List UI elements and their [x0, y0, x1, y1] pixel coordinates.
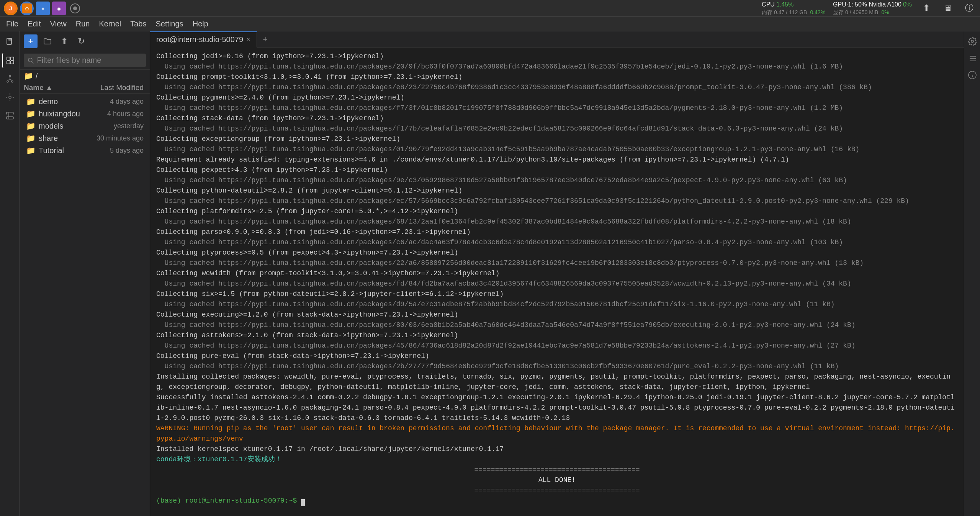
menu-kernel[interactable]: Kernel [99, 20, 121, 28]
right-info-icon[interactable] [965, 68, 979, 82]
upload-icon[interactable]: ⬆ [919, 1, 933, 15]
screen-icon[interactable]: 🖥 [941, 1, 955, 15]
sidebar: + ⬆ ↻ 📁 / Name ▲ [20, 31, 150, 516]
gpu-value: 0% [903, 1, 912, 9]
menu-run[interactable]: Run [76, 20, 90, 28]
activity-files-icon[interactable] [2, 34, 18, 50]
list-item[interactable]: 📁 share 30 minutes ago [20, 132, 150, 144]
svg-point-26 [969, 71, 976, 79]
search-container [20, 51, 150, 70]
svg-rect-13 [11, 57, 14, 60]
app-icon-blue[interactable]: ≡ [36, 2, 50, 15]
file-tree: 📁 demo 4 days ago 📁 huixiangdou 4 hours … [20, 94, 150, 516]
terminal-line: Using cached https://pypi.tuna.tsinghua.… [156, 320, 958, 330]
terminal-cursor [301, 499, 305, 506]
svg-rect-12 [7, 57, 10, 60]
terminal-line: Collecting pexpect>4.3 (from ipython>=7.… [156, 165, 958, 175]
terminal-line: Collecting platformdirs>=2.5 (from jupyt… [156, 206, 958, 217]
mem-value: 0.42% [810, 9, 825, 16]
terminal-line: Collecting wcwidth (from prompt-toolkit<… [156, 268, 958, 279]
terminal-line: Collecting pure-eval (from stack-data->i… [156, 351, 958, 361]
refresh-button[interactable]: ↻ [74, 34, 88, 48]
svg-rect-14 [7, 61, 10, 64]
terminal-content[interactable]: Collecting jedi>=0.16 (from ipython>=7.2… [150, 47, 964, 516]
terminal-line: Using cached https://pypi.tuna.tsinghua.… [156, 258, 958, 268]
right-panel [964, 31, 980, 516]
terminal-line: Using cached https://pypi.tuna.tsinghua.… [156, 237, 958, 248]
list-item[interactable]: 📁 models yesterday [20, 120, 150, 132]
app-icon-orange[interactable]: ⊙ [20, 2, 34, 15]
menu-edit[interactable]: Edit [28, 20, 41, 28]
folder-icon: 📁 [26, 146, 36, 155]
svg-text:◆: ◆ [57, 6, 61, 11]
terminal-line: Successfully installed asttokens-2.4.1 c… [156, 392, 958, 423]
app-icon-purple[interactable]: ◆ [52, 2, 66, 15]
svg-point-17 [7, 81, 8, 82]
folder-icon: 📁 [26, 121, 36, 131]
file-date-label: 5 days ago [110, 147, 144, 155]
file-date-label: 4 days ago [110, 98, 144, 106]
terminal-line: Using cached https://pypi.tuna.tsinghua.… [156, 62, 958, 72]
menu-view[interactable]: View [50, 20, 67, 28]
terminal-tab[interactable]: root@intern-studio-50079 × [150, 31, 257, 47]
svg-rect-15 [11, 61, 14, 64]
search-input[interactable] [37, 56, 142, 65]
terminal-line: Using cached https://pypi.tuna.tsinghua.… [156, 361, 958, 372]
disk-label: 显存 0 / 40950 MiB [833, 9, 878, 16]
right-settings-icon[interactable] [965, 34, 979, 48]
info-icon[interactable]: ⓘ [962, 1, 976, 15]
svg-point-25 [971, 40, 973, 42]
file-tree-header: Name ▲ Last Modified [20, 82, 150, 94]
file-name-label: demo [39, 97, 110, 106]
menu-help[interactable]: Help [193, 20, 208, 28]
svg-line-21 [10, 79, 12, 81]
svg-line-24 [32, 61, 34, 63]
terminal-tab-label: root@intern-studio-50079 [156, 35, 243, 44]
file-date-label: 30 minutes ago [97, 134, 144, 142]
mem-label: 内存 0.47 / 112 GB [762, 9, 807, 16]
terminal-line: WARNING: Running pip as the 'root' user … [156, 423, 958, 444]
folder-icon: 📁 [26, 134, 36, 143]
new-file-button[interactable]: + [24, 34, 38, 48]
terminal-line: Collecting jedi>=0.16 (from ipython>=7.2… [156, 51, 958, 62]
new-tab-button[interactable]: + [258, 33, 272, 46]
activity-explorer-icon[interactable] [2, 53, 18, 68]
terminal-line: Using cached https://pypi.tuna.tsinghua.… [156, 82, 958, 93]
file-name-label: Tutorial [39, 146, 110, 155]
terminal-line: Collecting exceptiongroup (from ipython>… [156, 134, 958, 144]
svg-text:⊙: ⊙ [25, 6, 29, 11]
terminal-line: Using cached https://pypi.tuna.tsinghua.… [156, 341, 958, 351]
col-modified-header: Last Modified [100, 83, 144, 92]
file-name-label: share [39, 134, 97, 143]
new-folder-button[interactable] [41, 34, 54, 48]
menu-file[interactable]: File [6, 20, 18, 28]
right-settings2-icon[interactable] [965, 51, 979, 65]
root-folder-icon: 📁 [24, 71, 33, 80]
terminal-line: Using cached https://pypi.tuna.tsinghua.… [156, 217, 958, 227]
terminal-line: Using cached https://pypi.tuna.tsinghua.… [156, 175, 958, 186]
list-item[interactable]: 📁 huixiangdou 4 hours ago [20, 108, 150, 120]
activity-git-icon[interactable] [2, 71, 18, 87]
list-item[interactable]: 📁 demo 4 days ago [20, 95, 150, 108]
svg-point-22 [9, 96, 11, 98]
activity-extensions-icon[interactable] [2, 90, 18, 105]
col-name-header: Name ▲ [24, 83, 100, 92]
svg-point-9 [73, 7, 77, 10]
app-icon-circle[interactable] [68, 2, 82, 15]
list-item[interactable]: 📁 Tutorial 5 days ago [20, 144, 150, 157]
menu-settings[interactable]: Settings [155, 20, 183, 28]
upload-button[interactable]: ⬆ [57, 34, 71, 48]
tab-close-icon[interactable]: × [246, 36, 250, 44]
svg-point-16 [9, 75, 11, 77]
terminal-line: Collecting stack-data (from ipython>=7.2… [156, 113, 958, 124]
root-folder-item[interactable]: 📁 / [20, 70, 150, 82]
terminal-line: ======================================== [156, 485, 958, 496]
svg-line-20 [8, 79, 10, 81]
file-date-label: 4 hours ago [107, 110, 144, 118]
menu-tabs[interactable]: Tabs [130, 20, 146, 28]
cpu-value: 1.45% [776, 1, 793, 9]
file-date-label: yesterday [114, 122, 144, 130]
terminal-line: Using cached https://pypi.tuna.tsinghua.… [156, 279, 958, 289]
jupyter-logo-icon: J [4, 2, 18, 15]
activity-puzzle-icon[interactable] [2, 108, 18, 123]
